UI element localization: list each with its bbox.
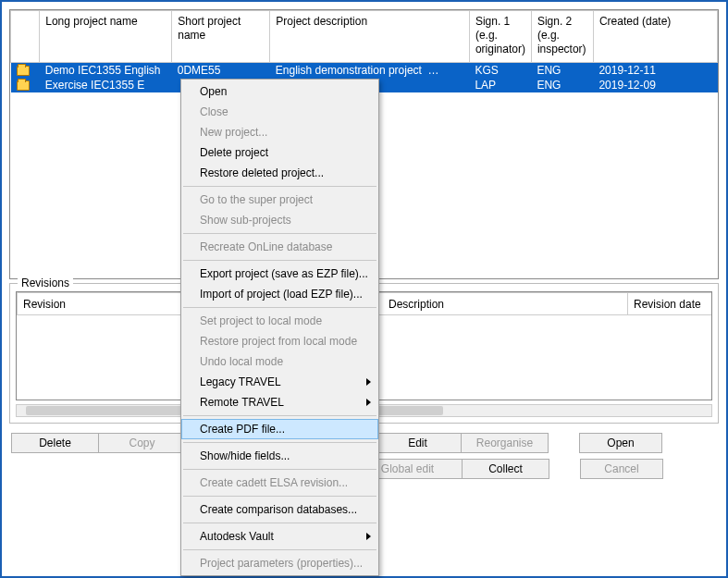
ctx-create-comparison[interactable]: Create comparison databases... <box>181 499 378 520</box>
cell-long-name: Exercise IEC1355 E <box>40 78 172 92</box>
ctx-restore-deleted[interactable]: Restore deleted project... <box>181 163 378 183</box>
col-description[interactable]: Project description <box>270 11 470 63</box>
ctx-set-local[interactable]: Set project to local mode <box>181 311 378 331</box>
submenu-arrow-icon <box>366 533 371 540</box>
collect-button[interactable]: Collect <box>462 459 549 479</box>
table-row[interactable]: Demo IEC1355 English 0DME55 English demo… <box>11 63 718 79</box>
ctx-show-hide-fields[interactable]: Show/hide fields... <box>181 446 378 466</box>
cell-long-name: Demo IEC1355 English <box>40 63 172 79</box>
col-sign2[interactable]: Sign. 2 (e.g. inspector) <box>531 11 593 63</box>
ctx-separator <box>183 469 376 470</box>
ctx-create-cadett[interactable]: Create cadett ELSA revision... <box>181 473 378 493</box>
ctx-autodesk-vault[interactable]: Autodesk Vault <box>181 526 378 547</box>
ctx-export-ezp[interactable]: Export project (save as EZP file)... <box>181 264 378 284</box>
ctx-go-super[interactable]: Go to the super project <box>181 190 378 210</box>
ctx-legacy-travel[interactable]: Legacy TRAVEL <box>181 372 378 392</box>
ctx-import-ezp[interactable]: Import of project (load EZP file)... <box>181 284 378 304</box>
ctx-project-params[interactable]: Project parameters (properties)... <box>181 553 378 573</box>
col-rev-description[interactable]: Description <box>369 293 628 315</box>
delete-button[interactable]: Delete <box>11 433 99 453</box>
col-short-name[interactable]: Short project name <box>172 11 270 63</box>
app-window: Long project name Short project name Pro… <box>0 0 728 578</box>
col-rev-date[interactable]: Revision date <box>628 293 713 315</box>
ctx-open[interactable]: Open <box>181 81 378 102</box>
ctx-separator <box>183 523 376 523</box>
col-long-name[interactable]: Long project name <box>40 11 172 63</box>
ctx-recreate-online[interactable]: Recreate OnLine database <box>181 237 378 257</box>
ctx-create-pdf[interactable]: Create PDF file... <box>181 419 378 439</box>
folder-icon <box>17 66 30 76</box>
ctx-separator <box>183 186 376 187</box>
context-menu[interactable]: Open Close New project... Delete project… <box>180 79 379 576</box>
cell-sign1: KGS <box>469 63 531 79</box>
cell-sign2: ENG <box>531 78 593 92</box>
ctx-new-project[interactable]: New project... <box>181 122 378 142</box>
ctx-separator <box>183 233 376 234</box>
submenu-arrow-icon <box>366 399 371 406</box>
ctx-delete-project[interactable]: Delete project <box>181 142 378 163</box>
cell-sign1: LAP <box>469 78 531 92</box>
cell-short-name: 0DME55 <box>172 63 270 79</box>
projects-header-row[interactable]: Long project name Short project name Pro… <box>11 11 718 63</box>
revisions-label: Revisions <box>18 277 73 289</box>
ctx-separator <box>183 549 376 550</box>
reorganise-button[interactable]: Reorganise <box>461 433 549 453</box>
col-icon[interactable] <box>11 11 40 63</box>
ctx-close[interactable]: Close <box>181 102 378 122</box>
ctx-separator <box>183 260 376 261</box>
edit-button[interactable]: Edit <box>374 433 462 453</box>
ctx-restore-local[interactable]: Restore project from local mode <box>181 331 378 351</box>
cell-sign2: ENG <box>531 63 593 79</box>
ctx-separator <box>183 307 376 308</box>
ctx-remote-travel[interactable]: Remote TRAVEL <box>181 392 378 412</box>
ctx-separator <box>183 442 376 443</box>
global-edit-button[interactable]: Global edit <box>375 459 463 479</box>
cell-description: English demonstration project … <box>270 63 470 79</box>
col-sign1[interactable]: Sign. 1 (e.g. originator) <box>469 11 531 63</box>
cell-created: 2019-12-09 <box>593 78 717 92</box>
submenu-arrow-icon <box>366 378 371 386</box>
folder-icon <box>17 80 30 91</box>
cell-created: 2019-12-11 <box>593 63 717 79</box>
ctx-separator <box>183 415 376 416</box>
copy-button[interactable]: Copy <box>98 433 186 453</box>
col-created[interactable]: Created (date) <box>593 11 717 63</box>
cancel-button[interactable]: Cancel <box>580 459 663 479</box>
ctx-separator <box>183 496 376 497</box>
ctx-show-sub[interactable]: Show sub-projects <box>181 210 378 230</box>
ctx-undo-local[interactable]: Undo local mode <box>181 351 378 372</box>
open-button[interactable]: Open <box>579 433 662 453</box>
